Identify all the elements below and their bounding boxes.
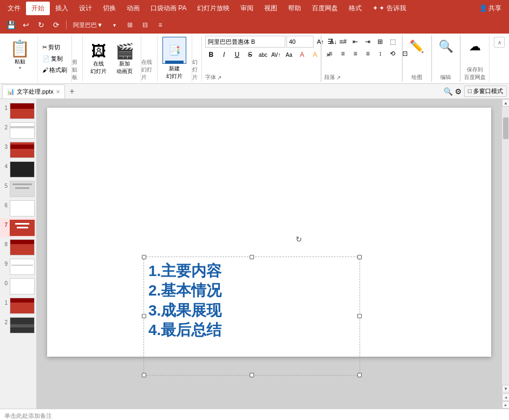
align-center-button[interactable]: ≡ — [337, 48, 349, 60]
scrollbar-track[interactable] — [502, 107, 509, 385]
multiwindow-button[interactable]: □ 多窗口模式 — [464, 86, 507, 97]
slide-thumb-12[interactable]: 2 — [0, 316, 36, 335]
settings-tab-button[interactable]: ⚙ — [455, 87, 462, 96]
slide-panel[interactable]: 1 2 3 4 5 — [0, 99, 37, 409]
file-tab-1[interactable]: 📊 文字处理.pptx ✕ — [2, 84, 65, 99]
line-spacing-button[interactable]: ↕ — [374, 48, 386, 60]
canvas-area[interactable]: ↻ 1.主要内容 2.基本情况 3.成果展现 4.最后总结 — [37, 99, 501, 409]
decrease-indent-button[interactable]: ⇤ — [349, 36, 361, 48]
slide-thumb-7[interactable]: 7 — [0, 218, 36, 238]
increase-indent-button[interactable]: ⇥ — [362, 36, 374, 48]
scrollbar-thumb[interactable] — [503, 117, 508, 139]
highlight-button[interactable]: A — [309, 49, 321, 61]
drawing-button[interactable]: ✏️ — [406, 36, 428, 57]
menu-insert[interactable]: 插入 — [50, 2, 74, 15]
slide-number-6: 6 — [2, 202, 8, 208]
cut-button[interactable]: ✂ 剪切 — [40, 42, 69, 52]
menu-format[interactable]: 格式 — [343, 2, 367, 15]
font-group-expand[interactable]: ↗ — [217, 75, 221, 81]
slide-thumb-9[interactable]: 9 — [0, 257, 36, 277]
paste-dropdown[interactable]: ▾ — [19, 65, 21, 70]
menu-slideshow[interactable]: 幻灯片放映 — [192, 2, 235, 15]
scrollbar-up-button[interactable]: ▲ — [502, 99, 509, 107]
slide-thumb-3[interactable]: 3 — [0, 140, 36, 160]
underline-button[interactable]: U — [231, 49, 243, 61]
handle-bottom-right[interactable] — [357, 373, 362, 377]
copy-button[interactable]: 📄 复制 — [40, 54, 69, 64]
menu-transition[interactable]: 切换 — [97, 2, 121, 15]
menu-design[interactable]: 设计 — [74, 2, 97, 15]
menu-share[interactable]: 👤 共享 — [474, 2, 507, 15]
para-group-expand[interactable]: ↗ — [336, 75, 341, 81]
format-paint-button[interactable]: 🖌 格式刷 — [40, 65, 69, 75]
slide-thumb-10[interactable]: 0 — [0, 277, 36, 296]
menu-pocket-animation[interactable]: 口袋动画 PA — [145, 2, 192, 15]
save-cloud-button[interactable]: ☁ — [464, 36, 486, 57]
scrollbar-down-button[interactable]: ▼ — [502, 385, 509, 392]
qa-icons3[interactable]: ≡ — [154, 18, 167, 31]
slide-thumb-11[interactable]: 1 — [0, 296, 36, 316]
handle-middle-left[interactable] — [142, 314, 146, 318]
qa-refresh[interactable]: ⟳ — [50, 18, 63, 31]
edit-button[interactable]: 🔍 — [435, 36, 456, 57]
search-tab-button[interactable]: 🔍 — [443, 87, 453, 96]
text-box[interactable]: 1.主要内容 2.基本情况 3.成果展现 4.最后总结 — [143, 257, 360, 376]
font-color-button[interactable]: A — [296, 49, 308, 61]
file-tab-close[interactable]: ✕ — [56, 89, 60, 95]
rotate-handle[interactable]: ↻ — [296, 235, 302, 244]
slide-thumb-4[interactable]: 4 — [0, 160, 36, 179]
slide-thumb-6[interactable]: 6 — [0, 199, 36, 218]
slide-thumb-1[interactable]: 1 — [0, 101, 36, 121]
slide-canvas[interactable]: ↻ 1.主要内容 2.基本情况 3.成果展现 4.最后总结 — [47, 108, 491, 357]
scroll-next-button[interactable]: ▸ — [502, 401, 509, 409]
smart-art-button[interactable]: ⬚ — [387, 36, 399, 48]
handle-top-right[interactable] — [357, 255, 362, 259]
columns-button[interactable]: ⊞ — [374, 36, 386, 48]
collapse-ribbon-button[interactable]: ∧ — [494, 37, 505, 48]
italic-button[interactable]: I — [218, 49, 230, 61]
menu-view[interactable]: 视图 — [259, 2, 283, 15]
strikethrough-button[interactable]: S — [244, 49, 256, 61]
new-slide-button[interactable]: 📑 新建幻灯片 — [160, 36, 188, 81]
slide-thumb-8[interactable]: 8 — [0, 238, 36, 257]
qa-icons2[interactable]: ⊟ — [139, 18, 152, 31]
char-spacing-button[interactable]: AV↑ — [270, 49, 282, 61]
add-tab-button[interactable]: + — [66, 86, 78, 97]
numbered-list-button[interactable]: ≡# — [337, 36, 349, 48]
font-size-input[interactable] — [286, 36, 314, 48]
handle-bottom-left[interactable] — [142, 373, 146, 377]
align-left-button[interactable]: ≡ — [324, 48, 336, 60]
bold-button[interactable]: B — [205, 49, 217, 61]
menu-baidu[interactable]: 百度网盘 — [306, 2, 343, 15]
new-animation-button[interactable]: 🎬 新加动画页 — [112, 40, 138, 77]
online-slides-button[interactable]: 🖼 在线幻灯片 — [86, 40, 112, 77]
qa-more[interactable]: ▾ — [108, 18, 121, 31]
handle-top-center[interactable] — [250, 255, 254, 259]
paste-button[interactable]: 📋 粘贴 ▾ — [5, 37, 34, 80]
case-button[interactable]: Aa — [283, 49, 295, 61]
handle-top-left[interactable] — [142, 255, 146, 259]
qa-icons1[interactable]: ⊞ — [123, 18, 136, 31]
text-direction-button[interactable]: ⟲ — [387, 48, 399, 60]
menu-file[interactable]: 文件 — [2, 2, 26, 15]
align-justify-button[interactable]: ≡ — [362, 48, 374, 60]
qa-redo[interactable]: ↻ — [35, 18, 48, 31]
slide-thumb-2[interactable]: 2 — [0, 121, 36, 140]
qa-save[interactable]: 💾 — [4, 18, 17, 31]
menu-help[interactable]: 帮助 — [283, 2, 306, 15]
text-shadow-button[interactable]: abc — [257, 49, 269, 61]
bullet-list-button[interactable]: ☰ — [324, 36, 336, 48]
ribbon-content: 📋 粘贴 ▾ ✂ 剪切 📄 复制 🖌 格式刷 — [0, 34, 509, 83]
handle-bottom-center[interactable] — [250, 373, 254, 377]
menu-tell-me[interactable]: ✦ ✦ 告诉我 — [367, 2, 411, 15]
slide-thumb-5[interactable]: 5 — [0, 179, 36, 199]
handle-middle-right[interactable] — [357, 314, 362, 318]
align-right-button[interactable]: ≡ — [349, 48, 361, 60]
menu-animation[interactable]: 动画 — [121, 2, 145, 15]
qa-custom-label[interactable]: 阿里巴巴▼ — [70, 18, 106, 31]
scroll-prev-button[interactable]: ◂ — [502, 393, 509, 401]
font-name-input[interactable] — [205, 36, 285, 48]
menu-home[interactable]: 开始 — [26, 2, 50, 15]
menu-review[interactable]: 审阅 — [235, 2, 259, 15]
qa-undo[interactable]: ↩ — [19, 18, 32, 31]
